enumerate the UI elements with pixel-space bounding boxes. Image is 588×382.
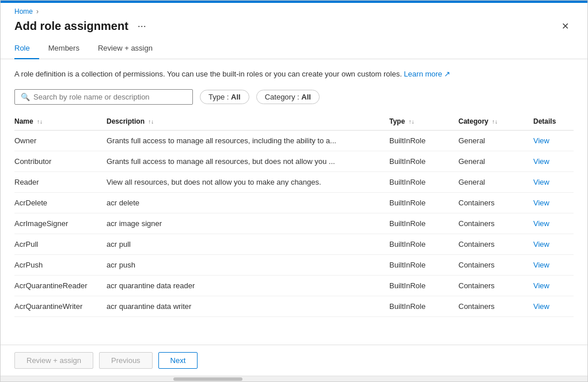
cell-type: BuiltInRole bbox=[389, 254, 458, 275]
cell-details: View bbox=[533, 192, 574, 213]
cell-name: AcrImageSigner bbox=[14, 213, 107, 234]
cell-category: General bbox=[458, 151, 533, 171]
cell-name: Owner bbox=[14, 130, 107, 151]
cell-details: View bbox=[533, 254, 574, 275]
col-header-type[interactable]: Type ↑↓ bbox=[389, 113, 458, 131]
table-row[interactable]: ReaderView all resources, but does not a… bbox=[14, 171, 574, 192]
cell-details: View bbox=[533, 296, 574, 316]
breadcrumb-chevron-icon: › bbox=[36, 7, 39, 16]
cell-details: View bbox=[533, 213, 574, 234]
review-assign-button[interactable]: Review + assign bbox=[14, 352, 93, 369]
previous-button[interactable]: Previous bbox=[99, 352, 153, 369]
type-filter-button[interactable]: Type : All bbox=[200, 90, 249, 104]
table-row[interactable]: AcrQuarantineReaderacr quarantine data r… bbox=[14, 275, 574, 296]
page-header: Add role assignment ··· ✕ bbox=[1, 16, 587, 39]
cell-details: View bbox=[533, 151, 574, 171]
cell-category: Containers bbox=[458, 275, 533, 296]
view-link[interactable]: View bbox=[533, 240, 549, 249]
cell-name: Reader bbox=[14, 171, 107, 192]
cell-name: AcrPush bbox=[14, 254, 107, 275]
cell-type: BuiltInRole bbox=[389, 296, 458, 316]
close-button[interactable]: ✕ bbox=[557, 20, 574, 33]
type-filter-label: Type : bbox=[208, 93, 229, 101]
view-link[interactable]: View bbox=[533, 178, 549, 186]
category-filter-label: Category : bbox=[265, 93, 299, 101]
cell-description: acr quarantine data reader bbox=[107, 275, 389, 296]
cell-details: View bbox=[533, 275, 574, 296]
table-row[interactable]: AcrQuarantineWriteracr quarantine data w… bbox=[14, 296, 574, 316]
cell-description: acr delete bbox=[107, 192, 389, 213]
cell-type: BuiltInRole bbox=[389, 192, 458, 213]
cell-details: View bbox=[533, 234, 574, 254]
ellipsis-button[interactable]: ··· bbox=[134, 19, 150, 33]
cell-description: acr quarantine data writer bbox=[107, 296, 389, 316]
table-row[interactable]: AcrImageSigneracr image signerBuiltInRol… bbox=[14, 213, 574, 234]
next-button[interactable]: Next bbox=[158, 352, 198, 369]
table-header-row: Name ↑↓ Description ↑↓ Type ↑↓ Categor bbox=[14, 113, 574, 131]
search-icon: 🔍 bbox=[21, 93, 30, 101]
view-link[interactable]: View bbox=[533, 261, 549, 269]
tab-review-assign[interactable]: Review + assign bbox=[98, 39, 162, 59]
tabs-bar: Role Members Review + assign bbox=[1, 39, 587, 59]
cell-type: BuiltInRole bbox=[389, 213, 458, 234]
cell-category: Containers bbox=[458, 192, 533, 213]
cell-name: AcrQuarantineReader bbox=[14, 275, 107, 296]
cell-category: General bbox=[458, 130, 533, 151]
cell-type: BuiltInRole bbox=[389, 151, 458, 171]
cell-name: Contributor bbox=[14, 151, 107, 171]
table-row[interactable]: AcrPullacr pullBuiltInRoleContainersView bbox=[14, 234, 574, 254]
view-link[interactable]: View bbox=[533, 198, 549, 207]
cell-type: BuiltInRole bbox=[389, 234, 458, 254]
tab-members[interactable]: Members bbox=[48, 39, 89, 59]
search-input[interactable] bbox=[33, 93, 187, 101]
horizontal-scrollbar[interactable] bbox=[1, 376, 587, 381]
cell-category: Containers bbox=[458, 296, 533, 316]
cell-category: Containers bbox=[458, 234, 533, 254]
view-link[interactable]: View bbox=[533, 136, 549, 145]
table-row[interactable]: OwnerGrants full access to manage all re… bbox=[14, 130, 574, 151]
cell-description: acr image signer bbox=[107, 213, 389, 234]
col-header-details: Details bbox=[533, 113, 574, 131]
cell-description: View all resources, but does not allow y… bbox=[107, 171, 389, 192]
table-row[interactable]: AcrPushacr pushBuiltInRoleContainersView bbox=[14, 254, 574, 275]
description-text: A role definition is a collection of per… bbox=[14, 68, 574, 80]
search-box: 🔍 bbox=[14, 89, 193, 105]
category-filter-button[interactable]: Category : All bbox=[256, 90, 320, 104]
breadcrumb-home-link[interactable]: Home bbox=[14, 7, 33, 16]
col-header-description[interactable]: Description ↑↓ bbox=[107, 113, 389, 131]
col-header-category[interactable]: Category ↑↓ bbox=[458, 113, 533, 131]
cell-details: View bbox=[533, 130, 574, 151]
cell-description: acr pull bbox=[107, 234, 389, 254]
table-row[interactable]: AcrDeleteacr deleteBuiltInRoleContainers… bbox=[14, 192, 574, 213]
view-link[interactable]: View bbox=[533, 157, 549, 166]
scrollbar-thumb bbox=[173, 377, 242, 381]
table-wrap: Name ↑↓ Description ↑↓ Type ↑↓ Categor bbox=[14, 113, 574, 345]
cell-type: BuiltInRole bbox=[389, 275, 458, 296]
filters-row: 🔍 Type : All Category : All bbox=[14, 89, 574, 105]
type-filter-value: All bbox=[231, 93, 241, 101]
cell-category: Containers bbox=[458, 254, 533, 275]
col-header-name[interactable]: Name ↑↓ bbox=[14, 113, 107, 131]
main-window: Home › Add role assignment ··· ✕ Role Me… bbox=[0, 0, 588, 382]
cell-details: View bbox=[533, 171, 574, 192]
external-link-icon: ↗ bbox=[444, 70, 450, 78]
cell-type: BuiltInRole bbox=[389, 130, 458, 151]
breadcrumb: Home › bbox=[1, 3, 587, 16]
sort-icon-name: ↑↓ bbox=[37, 119, 43, 125]
learn-more-link[interactable]: Learn more ↗ bbox=[404, 70, 450, 78]
cell-name: AcrPull bbox=[14, 234, 107, 254]
cell-category: Containers bbox=[458, 213, 533, 234]
tab-role[interactable]: Role bbox=[14, 39, 39, 59]
cell-name: AcrDelete bbox=[14, 192, 107, 213]
cell-description: Grants full access to manage all resourc… bbox=[107, 151, 389, 171]
view-link[interactable]: View bbox=[533, 302, 549, 311]
footer: Review + assign Previous Next bbox=[1, 345, 587, 376]
cell-description: acr push bbox=[107, 254, 389, 275]
cell-name: AcrQuarantineWriter bbox=[14, 296, 107, 316]
view-link[interactable]: View bbox=[533, 219, 549, 228]
roles-table: Name ↑↓ Description ↑↓ Type ↑↓ Categor bbox=[14, 113, 574, 317]
view-link[interactable]: View bbox=[533, 281, 549, 290]
cell-description: Grants full access to manage all resourc… bbox=[107, 130, 389, 151]
table-row[interactable]: ContributorGrants full access to manage … bbox=[14, 151, 574, 171]
cell-category: General bbox=[458, 171, 533, 192]
